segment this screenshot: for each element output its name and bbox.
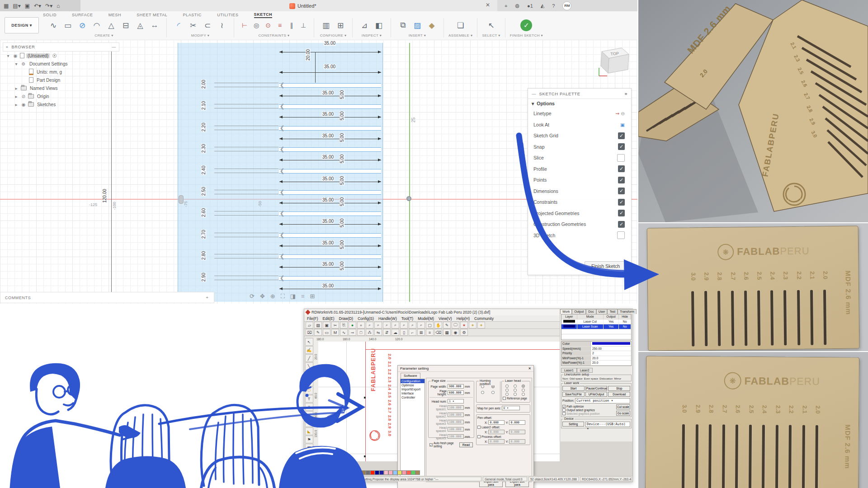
browser-item-named-views[interactable]: ▸Named Views [3,84,119,92]
expand-icon[interactable]: ▾ [5,53,11,58]
panel-tab-doc[interactable]: Doc [586,309,596,314]
expand-icon[interactable]: ▾ [14,61,19,66]
homing-radio-selected[interactable] [491,385,495,388]
insert-derive-icon[interactable]: ⧉ [396,19,410,32]
points-checkbox[interactable]: ✓ [618,177,625,183]
design-workspace-dropdown[interactable]: DESIGN ▾ [5,17,39,33]
construction-geometries-checkbox[interactable]: ✓ [618,221,625,228]
page-height-field[interactable]: 600.000 [448,390,464,395]
hand-icon[interactable]: ✋ [434,322,442,328]
laser2-offset-checkbox[interactable] [477,426,481,429]
comments-bar[interactable]: COMMENTS ＋ [0,292,214,303]
perpendicular-icon[interactable]: ⊥ [297,19,309,32]
device-setting-button[interactable]: Setting [562,422,584,427]
document-tab[interactable]: Untitled* [289,1,316,10]
slot-icon[interactable]: ⊟ [118,19,133,32]
linetype-circle-icon[interactable]: ⊖ [621,111,625,116]
menu-handle[interactable]: Handle(W) [378,316,397,321]
job-status-icon[interactable]: ●1 [527,3,533,9]
origin-point[interactable] [406,196,411,201]
configuration-table-icon[interactable]: ⊞ [333,19,348,32]
trim-icon[interactable]: ✂ [186,19,200,32]
collapse-icon[interactable]: « [6,45,9,49]
menu-config[interactable]: Config(S) [358,316,374,321]
sim1-icon[interactable]: ✶ [460,322,468,328]
pattern-icon[interactable]: ▦ [443,329,451,336]
laser-head-radio[interactable] [505,393,509,396]
frame-icon[interactable]: ▯ [400,329,408,336]
homing-radio[interactable] [481,391,484,394]
notifications-bell-icon[interactable]: ◭ [541,3,544,9]
display-settings-icon[interactable]: ◨ [290,293,296,300]
map-pen-select[interactable]: U ▾ [502,406,520,410]
save-icon[interactable]: ▣ [25,3,30,9]
zoom-icon[interactable]: ⊕ [270,293,275,300]
paste-dark-icon[interactable]: ● [357,322,365,328]
coincident-icon[interactable]: ◎ [250,19,262,32]
panel-tab-work[interactable]: Work [560,309,572,314]
visibility-eye-icon[interactable]: ⊘ [21,94,26,99]
panel-tab-test[interactable]: Test [607,309,618,314]
grid-settings-icon[interactable]: ⌗ [301,293,304,300]
palette-options-section[interactable]: ▾ Options [528,99,631,108]
zoom3-icon[interactable]: ⌕ [383,322,391,328]
cloud-icon[interactable]: ☁ [392,329,399,336]
offset-icon[interactable]: ⊂ [200,19,215,32]
spline-icon[interactable]: ∿ [46,19,61,32]
browser-item-document-settings[interactable]: ▾⚙Document Settings [3,60,119,68]
erase-icon[interactable]: ⌫ [434,329,442,336]
browser-item-part-design[interactable]: Part Design [3,76,119,84]
menu-draw[interactable]: Draw(D) [339,316,354,321]
undo-icon[interactable]: ↶▾ [34,3,41,9]
browser-item-origin[interactable]: ▸⊘Origin [3,92,119,100]
ribbon-tab-utilities[interactable]: UTILITIES [217,13,238,17]
laser-head-radio[interactable] [514,385,517,388]
expand-icon[interactable]: ▸ [14,86,19,91]
viewcube[interactable]: TOP [595,42,633,80]
start-button[interactable]: Start [562,386,585,391]
panel-tab-transform[interactable]: Transform [618,309,637,314]
app-menu-icon[interactable]: ▦ [4,3,9,9]
insert-mesh-icon[interactable]: ◆ [425,19,439,32]
node-tool-icon[interactable]: ✍ [305,346,313,354]
align-icon[interactable]: ≡ [426,329,434,336]
open-icon[interactable]: ▨ [314,322,322,328]
pen-icon[interactable]: ✎ [443,322,451,328]
snap-checkbox[interactable]: ✓ [618,143,625,150]
polygon-icon[interactable]: △ [104,19,118,32]
menu-view[interactable]: View(V) [439,316,452,321]
comments-expand-icon[interactable]: ＋ [205,295,209,300]
dimension-icon[interactable]: ↔ [147,19,162,32]
fit-curve-icon[interactable]: ≀ [215,19,229,32]
zoom2-icon[interactable]: ⌕ [374,322,382,328]
node-edit-icon[interactable]: ⁂ [366,329,373,336]
slice-checkbox[interactable] [617,154,625,162]
arc-icon[interactable]: ◠ [90,19,104,32]
layer-table[interactable]: LayerModeOutputHideLaser CutYesNoLaser S… [561,314,632,340]
homing-radio[interactable] [481,385,484,388]
path-optimize-checkbox[interactable]: ✓ [562,405,566,408]
laser-head-radio[interactable] [514,389,517,392]
select-tool-icon[interactable]: ↖ [305,338,313,346]
palette-collapse-icon[interactable]: — [532,91,536,96]
3d-sketch-checkbox[interactable] [617,231,625,239]
fillet-icon[interactable]: ◜ [171,19,186,32]
browser-item-units-mm-g[interactable]: Units: mm, g [3,68,119,76]
drag-handle[interactable] [179,195,184,204]
weld-icon[interactable]: ⊸ [349,329,356,336]
browser-minimize-icon[interactable]: — [112,45,116,49]
homing-radio[interactable] [491,391,495,394]
capture-icon[interactable]: ⌧ [306,329,313,336]
laser-head-radio[interactable] [505,389,509,392]
expand-icon[interactable]: ▸ [14,102,19,107]
triangle-icon[interactable]: ◬ [133,19,147,32]
zoom1-icon[interactable]: ⌕ [366,322,373,328]
group-icon[interactable]: ⊞ [417,329,425,336]
mirror-v-icon[interactable]: ⇵ [383,329,391,336]
tangent-icon[interactable]: ⊙ [262,19,274,32]
panel-tab-user[interactable]: User [596,309,608,314]
panel-tab-output[interactable]: Output [572,309,586,314]
palette-menu-icon[interactable]: ≡ [625,91,627,96]
corner-icon[interactable]: ⌐ [409,329,416,336]
sketch-canvas[interactable]: 35.0035.0020.00120.00❮2.0035.005.00❮2.10… [0,40,637,304]
